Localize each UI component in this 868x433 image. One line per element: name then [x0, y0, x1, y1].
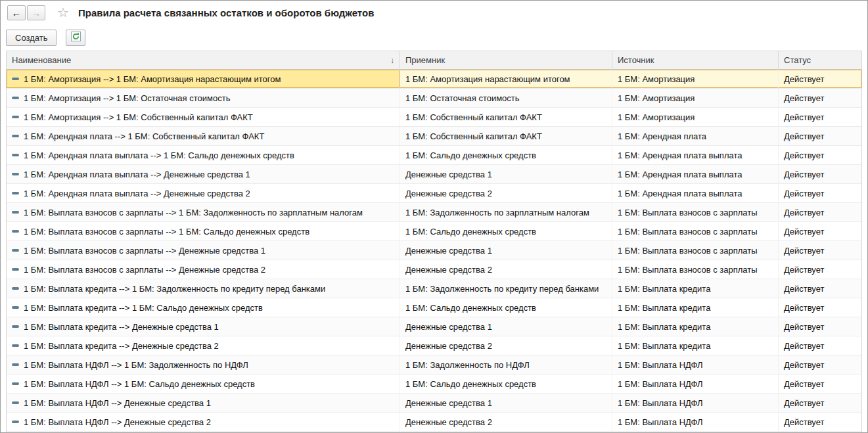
cell-receiver[interactable]: Денежные средства 1: [400, 241, 612, 260]
table-row[interactable]: 1 БМ: Выплата кредита --> 1 БМ: Сальдо д…: [7, 298, 861, 317]
cell-receiver[interactable]: 1 БМ: Амортизация нарастающим итогом: [400, 70, 612, 88]
cell-name[interactable]: 1 БМ: Выплата кредита --> Денежные средс…: [7, 317, 400, 336]
cell-name[interactable]: 1 БМ: Амортизация --> 1 БМ: Остаточная с…: [7, 89, 400, 107]
cell-status[interactable]: Действует: [779, 165, 861, 183]
cell-source[interactable]: 1 БМ: Выплата кредита: [612, 336, 779, 355]
cell-receiver[interactable]: Денежные средства 1: [400, 165, 612, 183]
cell-receiver[interactable]: 1 БМ: Сальдо денежных средств: [400, 222, 612, 240]
cell-receiver[interactable]: 1 БМ: Собственный капитал ФАКТ: [400, 108, 612, 126]
cell-receiver[interactable]: 1 БМ: Задолженность по кредиту перед бан…: [400, 279, 612, 298]
column-header-name[interactable]: Наименование ↓: [7, 51, 400, 69]
cell-receiver[interactable]: Денежные средства 2: [400, 260, 612, 279]
cell-name[interactable]: 1 БМ: Выплата НДФЛ --> 1 БМ: Сальдо дене…: [7, 375, 400, 393]
cell-status[interactable]: Действует: [779, 413, 861, 431]
table-row[interactable]: 1 БМ: Арендная плата выплата --> Денежны…: [7, 184, 861, 203]
cell-name[interactable]: 1 БМ: Выплата кредита --> Денежные средс…: [7, 336, 400, 355]
cell-status[interactable]: Действует: [779, 70, 861, 88]
column-header-status[interactable]: Статус: [779, 51, 861, 69]
cell-source[interactable]: 1 БМ: Выплата взносов с зарплаты: [612, 203, 779, 221]
cell-source[interactable]: 1 БМ: Амортизация: [612, 108, 779, 126]
cell-receiver[interactable]: 1 БМ: Задолженность по зарплатным налога…: [400, 203, 612, 221]
cell-name[interactable]: 1 БМ: Арендная плата выплата --> 1 БМ: С…: [7, 146, 400, 164]
cell-source[interactable]: 1 БМ: Амортизация: [612, 89, 779, 107]
table-row[interactable]: 1 БМ: Выплата взносов с зарплаты --> Ден…: [7, 241, 861, 260]
cell-name[interactable]: 1 БМ: Арендная плата выплата --> Денежны…: [7, 165, 400, 183]
table-row[interactable]: 1 БМ: Выплата взносов с зарплаты --> 1 Б…: [7, 222, 861, 241]
cell-source[interactable]: 1 БМ: Выплата взносов с зарплаты: [612, 241, 779, 260]
table-row[interactable]: 1 БМ: Выплата кредита --> Денежные средс…: [7, 317, 861, 336]
cell-receiver[interactable]: Денежные средства 2: [400, 336, 612, 355]
cell-name[interactable]: 1 БМ: Выплата взносов с зарплаты --> 1 Б…: [7, 203, 400, 221]
cell-receiver[interactable]: 1 БМ: Сальдо денежных средств: [400, 375, 612, 393]
cell-status[interactable]: Действует: [779, 203, 861, 221]
cell-status[interactable]: Действует: [779, 336, 861, 355]
cell-status[interactable]: Действует: [779, 279, 861, 298]
cell-name[interactable]: 1 БМ: Выплата НДФЛ --> Денежные средства…: [7, 413, 400, 431]
cell-source[interactable]: 1 БМ: Выплата взносов с зарплаты: [612, 222, 779, 240]
cell-name[interactable]: 1 БМ: Арендная плата --> 1 БМ: Собственн…: [7, 127, 400, 145]
column-header-receiver[interactable]: Приемник: [400, 51, 612, 69]
cell-receiver[interactable]: 1 БМ: Задолженность по НДФЛ: [400, 355, 612, 374]
cell-name[interactable]: 1 БМ: Арендная плата выплата --> Денежны…: [7, 184, 400, 202]
cell-source[interactable]: 1 БМ: Амортизация: [612, 70, 779, 88]
table-row[interactable]: 1 БМ: Амортизация --> 1 БМ: Амортизация …: [7, 70, 861, 89]
cell-source[interactable]: 1 БМ: Арендная плата выплата: [612, 184, 779, 202]
cell-receiver[interactable]: Денежные средства 1: [400, 317, 612, 336]
table-row[interactable]: 1 БМ: Выплата НДФЛ --> 1 БМ: Сальдо дене…: [7, 375, 861, 394]
cell-source[interactable]: 1 БМ: Выплата НДФЛ: [612, 394, 779, 412]
cell-status[interactable]: Действует: [779, 355, 861, 374]
cell-status[interactable]: Действует: [779, 260, 861, 279]
forward-button[interactable]: →: [27, 5, 45, 20]
cell-name[interactable]: 1 БМ: Выплата кредита --> 1 БМ: Задолжен…: [7, 279, 400, 298]
cell-status[interactable]: Действует: [779, 89, 861, 107]
favorite-star-icon[interactable]: ☆: [57, 6, 69, 19]
table-row[interactable]: 1 БМ: Выплата кредита --> Денежные средс…: [7, 336, 861, 355]
cell-name[interactable]: 1 БМ: Амортизация --> 1 БМ: Собственный …: [7, 108, 400, 126]
table-row[interactable]: 1 БМ: Амортизация --> 1 БМ: Собственный …: [7, 108, 861, 127]
cell-name[interactable]: 1 БМ: Выплата взносов с зарплаты --> Ден…: [7, 241, 400, 260]
cell-receiver[interactable]: 1 БМ: Сальдо денежных средств: [400, 298, 612, 317]
cell-receiver[interactable]: Денежные средства 2: [400, 413, 612, 431]
cell-source[interactable]: 1 БМ: Арендная плата выплата: [612, 146, 779, 164]
cell-status[interactable]: Действует: [779, 127, 861, 145]
cell-name[interactable]: 1 БМ: Выплата НДФЛ --> 1 БМ: Задолженнос…: [7, 355, 400, 374]
cell-status[interactable]: Действует: [779, 298, 861, 317]
cell-name[interactable]: 1 БМ: Выплата НДФЛ --> Денежные средства…: [7, 394, 400, 412]
table-row[interactable]: 1 БМ: Выплата кредита --> 1 БМ: Задолжен…: [7, 279, 861, 298]
cell-status[interactable]: Действует: [779, 222, 861, 240]
table-row[interactable]: 1 БМ: Выплата НДФЛ --> Денежные средства…: [7, 413, 861, 432]
cell-receiver[interactable]: Денежные средства 1: [400, 394, 612, 412]
column-header-source[interactable]: Источник: [612, 51, 779, 69]
cell-source[interactable]: 1 БМ: Выплата кредита: [612, 279, 779, 298]
cell-receiver[interactable]: 1 БМ: Сальдо денежных средств: [400, 146, 612, 164]
refresh-list-button[interactable]: [66, 30, 85, 46]
cell-status[interactable]: Действует: [779, 317, 861, 336]
cell-source[interactable]: 1 БМ: Выплата взносов с зарплаты: [612, 260, 779, 279]
cell-name[interactable]: 1 БМ: Выплата взносов с зарплаты --> 1 Б…: [7, 222, 400, 240]
table-row[interactable]: 1 БМ: Арендная плата --> 1 БМ: Собственн…: [7, 127, 861, 146]
table-row[interactable]: 1 БМ: Выплата НДФЛ --> 1 БМ: Задолженнос…: [7, 355, 861, 375]
cell-name[interactable]: 1 БМ: Выплата взносов с зарплаты --> Ден…: [7, 260, 400, 279]
cell-receiver[interactable]: 1 БМ: Остаточная стоимость: [400, 89, 612, 107]
cell-name[interactable]: 1 БМ: Выплата кредита --> 1 БМ: Сальдо д…: [7, 298, 400, 317]
cell-status[interactable]: Действует: [779, 108, 861, 126]
cell-source[interactable]: 1 БМ: Выплата кредита: [612, 298, 779, 317]
cell-source[interactable]: 1 БМ: Арендная плата: [612, 127, 779, 145]
back-button[interactable]: ←: [7, 5, 26, 20]
cell-receiver[interactable]: 1 БМ: Собственный капитал ФАКТ: [400, 127, 612, 145]
cell-source[interactable]: 1 БМ: Выплата НДФЛ: [612, 413, 779, 431]
create-button[interactable]: Создать: [6, 30, 57, 46]
cell-status[interactable]: Действует: [779, 394, 861, 412]
cell-source[interactable]: 1 БМ: Выплата НДФЛ: [612, 375, 779, 393]
cell-source[interactable]: 1 БМ: Выплата НДФЛ: [612, 355, 779, 374]
cell-status[interactable]: Действует: [779, 375, 861, 393]
table-row[interactable]: 1 БМ: Арендная плата выплата --> Денежны…: [7, 165, 861, 184]
table-row[interactable]: 1 БМ: Выплата НДФЛ --> Денежные средства…: [7, 394, 861, 413]
table-row[interactable]: 1 БМ: Арендная плата выплата --> 1 БМ: С…: [7, 146, 861, 165]
cell-status[interactable]: Действует: [779, 241, 861, 260]
table-row[interactable]: 1 БМ: Выплата взносов с зарплаты --> Ден…: [7, 260, 861, 279]
cell-source[interactable]: 1 БМ: Арендная плата выплата: [612, 165, 779, 183]
cell-receiver[interactable]: Денежные средства 2: [400, 184, 612, 202]
cell-source[interactable]: 1 БМ: Выплата кредита: [612, 317, 779, 336]
cell-status[interactable]: Действует: [779, 146, 861, 164]
